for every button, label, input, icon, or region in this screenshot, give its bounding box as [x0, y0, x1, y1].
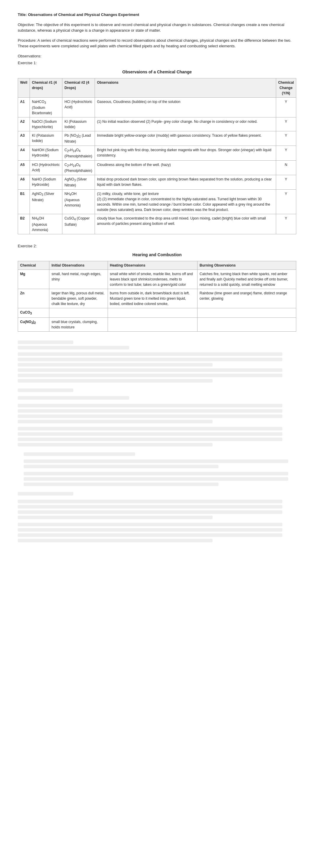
- col-header-burning: Burning Observaions: [197, 261, 296, 270]
- col-header-heating: Heating Observaions: [107, 261, 197, 270]
- cell-observations: (1) No initial reaction observed (2) Pur…: [95, 117, 276, 131]
- cell-chemical: Zn: [18, 289, 50, 308]
- cell-burning: Rainbow (lime green and orange) flame, d…: [197, 289, 296, 308]
- cell-observations: Gaseous, Cloudiness (bubbles) on top of …: [95, 97, 276, 117]
- cell-well: A5: [18, 160, 30, 175]
- cell-observations: (1) milky, cloudy, white tone, gel textu…: [95, 190, 276, 214]
- cell-chemical: Cu(NO3)2: [18, 317, 50, 331]
- cell-well: B2: [18, 214, 30, 234]
- cell-initial: small, hard metal, rough edges, shiny: [50, 270, 107, 289]
- col-header-initial: Initial Observations: [50, 261, 107, 270]
- chemical-change-table: Well Chemical #1 (4 drops) Chemical #2 (…: [18, 78, 296, 234]
- cell-chem1: NH4OH (Aqueous Ammonia): [30, 214, 62, 234]
- cell-chem2: C2₀H14O4 (Phenolphthalein): [62, 160, 95, 175]
- cell-well: A4: [18, 146, 30, 160]
- objective-text: Objective: The objective of this experim…: [18, 22, 296, 33]
- table-row: Cu(NO3)2small blue crystals, clumping, h…: [18, 317, 296, 331]
- table2-title: Hearing and Combustion: [18, 252, 296, 258]
- cell-chemical-change: Y: [276, 117, 296, 131]
- numbered-items-section: [18, 452, 296, 486]
- col-header-chem1: Chemical #1 (4 drops): [30, 78, 62, 97]
- cell-chemical: CuCO3: [18, 308, 50, 317]
- cell-initial: larger than Mg, porous dull metal, benda…: [50, 289, 107, 308]
- cell-heating: small white whirl of smoke, marble like,…: [107, 270, 197, 289]
- cell-chem2: KI (Potassium Iodide): [62, 117, 95, 131]
- exercise3-section: [18, 341, 296, 382]
- table-row: A1NaHCO3 (Sodium Bicarbonate)HCl (Hydroc…: [18, 97, 296, 117]
- cell-chem1: NaHO (Sodium Hydroxide): [30, 175, 62, 190]
- cell-well: A6: [18, 175, 30, 190]
- cell-initial: [50, 308, 107, 317]
- table-row: A3KI (Potassium Iodide)Pb (NO3)2 (Lead N…: [18, 131, 296, 146]
- col-header-change: Chemical Change (Y/N): [276, 78, 296, 97]
- table-row: A2NaOCl (Sodium Hypochlorite)KI (Potassi…: [18, 117, 296, 131]
- cell-chem1: NaOCl (Sodium Hypochlorite): [30, 117, 62, 131]
- table-row: Znlarger than Mg, porous dull metal, ben…: [18, 289, 296, 308]
- cell-chem1: HCl (Hydrochloric Acid): [30, 160, 62, 175]
- table-row: A6NaHO (Sodium Hydroxide)AgNO3 (Silver N…: [18, 175, 296, 190]
- table-row: B2NH4OH (Aqueous Ammonia)CuSO4 (Copper S…: [18, 214, 296, 234]
- cell-well: A1: [18, 97, 30, 117]
- discussion-section: [18, 389, 296, 446]
- table-row: A5HCl (Hydrochloric Acid)C2₀H14O4 (Pheno…: [18, 160, 296, 175]
- col-header-well: Well: [18, 78, 30, 97]
- table-row: Mgsmall, hard metal, rough edges, shinys…: [18, 270, 296, 289]
- cell-chemical-change: Y: [276, 175, 296, 190]
- cell-observations: Initial drop produced dark brown color, …: [95, 175, 276, 190]
- cell-burning: [197, 317, 296, 331]
- cell-chem2: NH4OH (Aqueous Ammonia): [62, 190, 95, 214]
- cell-well: A2: [18, 117, 30, 131]
- cell-observations: Bright hot pink ring with first drop, be…: [95, 146, 276, 160]
- procedure-text: Procedure: A series of chemical reaction…: [18, 38, 296, 49]
- cell-chem2: C2₀H14O4 (Phenolphthalein): [62, 146, 95, 160]
- col-header-chemical: Chemical: [18, 261, 50, 270]
- document-title: Title: Observations of Chemical and Phys…: [18, 12, 296, 18]
- cell-observations: Immediate bright yellow-orange color (mu…: [95, 131, 276, 146]
- cell-initial: small blue crystals, clumping, holds moi…: [50, 317, 107, 331]
- table-row: B1AgNO3 (Silver Nitrate)NH4OH (Aqueous A…: [18, 190, 296, 214]
- cell-heating: burns from outside in, dark brown/black …: [107, 289, 197, 308]
- cell-chemical-change: Y: [276, 214, 296, 234]
- cell-chemical: Mg: [18, 270, 50, 289]
- cell-chem1: AgNO3 (Silver Nitrate): [30, 190, 62, 214]
- exercise2-label: Exercise 2:: [18, 243, 296, 249]
- table-row: A4NaHOH (Sodium Hydroxide)C2₀H14O4 (Phen…: [18, 146, 296, 160]
- cell-chemical-change: Y: [276, 131, 296, 146]
- conclusion-section: [18, 492, 296, 542]
- col-header-chem2: Chemical #2 (4 Drops): [62, 78, 95, 97]
- cell-heating: [107, 308, 197, 317]
- cell-well: A3: [18, 131, 30, 146]
- cell-observations: Cloudiness along the bottom of the well.…: [95, 160, 276, 175]
- cell-chem2: Pb (NO3)2 (Lead Nitrate): [62, 131, 95, 146]
- cell-observations: cloudy blue hue, concentrated to the dro…: [95, 214, 276, 234]
- table1-title: Observaions of a Chemical Change: [18, 69, 296, 75]
- table-row: CuCO3: [18, 308, 296, 317]
- cell-well: B1: [18, 190, 30, 214]
- col-header-observations: Observaions: [95, 78, 276, 97]
- observations-label: Observations:: [18, 53, 296, 59]
- cell-chemical-change: Y: [276, 97, 296, 117]
- cell-chem2: HCl (Hydrochloric Acid): [62, 97, 95, 117]
- cell-chem1: KI (Potassium Iodide): [30, 131, 62, 146]
- cell-chem1: NaHOH (Sodium Hydroxide): [30, 146, 62, 160]
- heating-combustion-table: Chemical Initial Observations Heating Ob…: [18, 261, 296, 331]
- cell-chem2: AgNO3 (Silver Nitrate): [62, 175, 95, 190]
- exercise1-label: Exercise 1:: [18, 60, 296, 66]
- cell-heating: [107, 317, 197, 331]
- cell-burning: Catches fire, turning black then white s…: [197, 270, 296, 289]
- cell-chem1: NaHCO3 (Sodium Bicarbonate): [30, 97, 62, 117]
- cell-burning: [197, 308, 296, 317]
- cell-chemical-change: Y: [276, 146, 296, 160]
- cell-chemical-change: Y: [276, 190, 296, 214]
- cell-chem2: CuSO4 (Copper Sulfate): [62, 214, 95, 234]
- cell-chemical-change: N: [276, 160, 296, 175]
